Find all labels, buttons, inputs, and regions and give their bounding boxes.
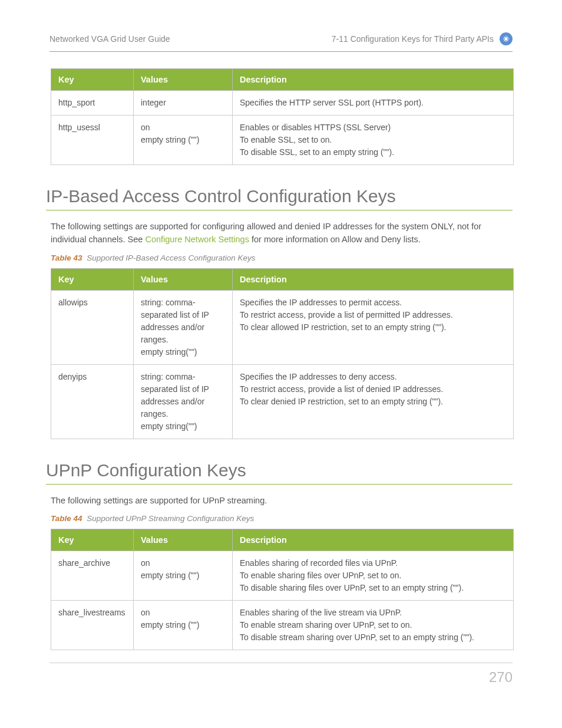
- table-row: share_archive onempty string ("") Enable…: [51, 551, 514, 601]
- cell-values: onempty string (""): [134, 116, 233, 165]
- col-desc: Description: [233, 268, 514, 290]
- table-http-keys: Key Values Description http_sport intege…: [51, 68, 514, 165]
- page-header: Networked VGA Grid User Guide 7-11 Confi…: [49, 32, 513, 52]
- cell-values: string: comma-separated list of IP addre…: [134, 290, 233, 364]
- cell-values: onempty string (""): [134, 601, 233, 650]
- cell-key: http_sport: [51, 91, 134, 116]
- table-upnp-keys: Key Values Description share_archive one…: [51, 529, 514, 650]
- table-ip-access-keys: Key Values Description allowips string: …: [51, 268, 514, 439]
- cell-desc: Enables or disables HTTPS (SSL Server)To…: [233, 116, 514, 165]
- col-values: Values: [134, 529, 233, 551]
- cell-desc: Enables sharing of the live stream via U…: [233, 601, 514, 650]
- table-row: denyips string: comma-separated list of …: [51, 364, 514, 439]
- cell-values: onempty string (""): [134, 551, 233, 601]
- header-right: 7-11 Configuration Keys for Third Party …: [332, 34, 494, 44]
- cell-key: share_livestreams: [51, 601, 134, 650]
- cell-key: http_usessl: [51, 116, 134, 165]
- cell-values: string: comma-separated list of IP addre…: [134, 364, 233, 439]
- cell-desc: Specifies the IP addresses to permit acc…: [233, 290, 514, 364]
- table-caption-text: Supported UPnP Streaming Configuration K…: [87, 514, 254, 523]
- table-caption-label: Table 43: [51, 253, 82, 262]
- section-title-ip-access: IP-Based Access Control Configuration Ke…: [46, 186, 513, 210]
- col-desc: Description: [233, 69, 514, 91]
- col-key: Key: [51, 268, 134, 290]
- table-caption-label: Table 44: [51, 514, 82, 523]
- header-left: Networked VGA Grid User Guide: [49, 34, 170, 44]
- table-caption: Table 43 Supported IP-Based Access Confi…: [51, 253, 513, 262]
- cell-desc: Specifies the HTTP server SSL port (HTTP…: [233, 91, 514, 116]
- page-number: 270: [489, 669, 513, 686]
- table-caption-text: Supported IP-Based Access Configuration …: [87, 253, 255, 262]
- cell-key: share_archive: [51, 551, 134, 601]
- col-desc: Description: [233, 529, 514, 551]
- col-values: Values: [134, 268, 233, 290]
- table-row: allowips string: comma-separated list of…: [51, 290, 514, 364]
- cell-desc: Specifies the IP addresses to deny acces…: [233, 364, 514, 439]
- section-intro: The following settings are supported for…: [51, 494, 513, 507]
- table-row: http_sport integer Specifies the HTTP se…: [51, 91, 514, 116]
- cell-values: integer: [134, 91, 233, 116]
- configure-network-settings-link[interactable]: Configure Network Settings: [145, 235, 249, 244]
- col-key: Key: [51, 529, 134, 551]
- brand-logo-icon: [500, 32, 513, 45]
- intro-text-post: for more information on Allow and Deny l…: [252, 235, 421, 244]
- table-row: share_livestreams onempty string ("") En…: [51, 601, 514, 650]
- footer-divider: [49, 663, 513, 663]
- cell-key: allowips: [51, 290, 134, 364]
- table-row: http_usessl onempty string ("") Enables …: [51, 116, 514, 165]
- section-title-upnp: UPnP Configuration Keys: [46, 460, 513, 485]
- section-intro: The following settings are supported for…: [51, 220, 513, 246]
- col-key: Key: [51, 69, 134, 91]
- col-values: Values: [134, 69, 233, 91]
- table-caption: Table 44 Supported UPnP Streaming Config…: [51, 514, 513, 523]
- cell-key: denyips: [51, 364, 134, 439]
- cell-desc: Enables sharing of recorded files via UP…: [233, 551, 514, 601]
